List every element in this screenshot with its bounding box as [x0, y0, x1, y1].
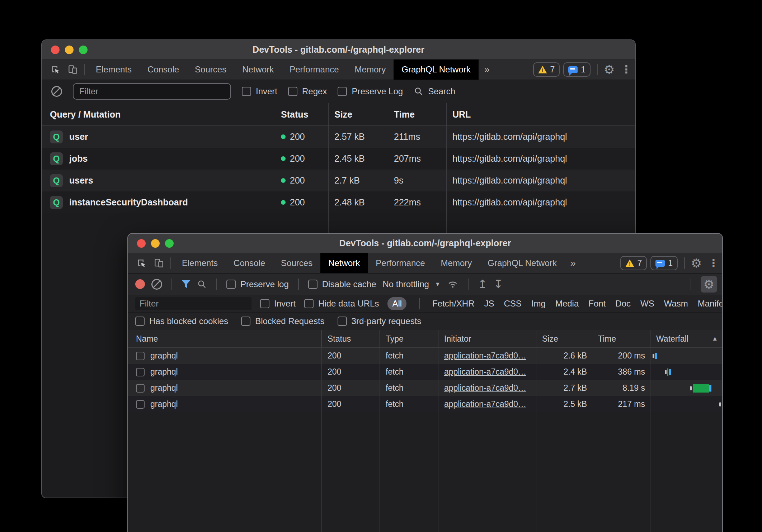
query-row[interactable]: Q users 200 2.7 kB 9s https://gitlab.com…	[42, 170, 635, 191]
tab-memory[interactable]: Memory	[433, 253, 480, 273]
issues-badge[interactable]: 1	[650, 256, 678, 270]
tab-console[interactable]: Console	[226, 253, 273, 273]
close-window-button[interactable]	[51, 46, 60, 54]
titlebar: DevTools - gitlab.com/-/graphql-explorer	[42, 40, 635, 60]
filter-chip-js[interactable]: JS	[484, 299, 494, 309]
settings-gear-icon[interactable]: ⚙	[688, 253, 705, 273]
query-row[interactable]: Q user 200 2.57 kB 211ms https://gitlab.…	[42, 126, 635, 148]
query-row[interactable]: Q instanceSecurityDashboard 200 2.48 kB …	[42, 191, 635, 213]
column-header-size[interactable]: Size	[536, 330, 592, 347]
tab-graphql-network[interactable]: GraphQL Network	[480, 253, 565, 273]
preserve-log-checkbox[interactable]	[338, 87, 347, 96]
throttling-select[interactable]: No throttling ▼	[382, 279, 440, 289]
filter-chip-wasm[interactable]: Wasm	[664, 299, 688, 309]
preserve-log-checkbox[interactable]	[226, 280, 236, 289]
third-party-requests-checkbox[interactable]	[338, 317, 347, 326]
tab-performance[interactable]: Performance	[368, 253, 433, 273]
request-row[interactable]: graphql 200 fetch application-a7ca9d0… 2…	[128, 396, 722, 412]
request-blocking-bar: Has blocked cookies Blocked Requests 3rd…	[128, 313, 722, 330]
disable-cache-checkbox[interactable]	[308, 280, 318, 289]
row-checkbox[interactable]	[136, 368, 145, 376]
zoom-window-button[interactable]	[165, 239, 174, 248]
devtools-window-network: DevTools - gitlab.com/-/graphql-explorer…	[127, 233, 723, 532]
network-settings-button[interactable]: ⚙	[701, 276, 717, 293]
column-header-status[interactable]: Status	[322, 330, 380, 347]
filter-chip-manifest[interactable]: Manifest	[698, 299, 723, 309]
more-tabs-icon[interactable]: »	[565, 253, 582, 273]
tab-sources[interactable]: Sources	[273, 253, 320, 273]
row-checkbox[interactable]	[136, 384, 145, 393]
preserve-log-group: Preserve log	[226, 279, 289, 289]
query-row[interactable]: Q jobs 200 2.45 kB 207ms https://gitlab.…	[42, 148, 635, 170]
tab-sources[interactable]: Sources	[187, 60, 234, 80]
clear-network-log-icon[interactable]	[151, 279, 162, 290]
tab-elements[interactable]: Elements	[88, 60, 140, 80]
hide-data-urls-checkbox[interactable]	[304, 299, 314, 308]
column-header-initiator[interactable]: Initiator	[438, 330, 536, 347]
row-checkbox[interactable]	[136, 352, 145, 360]
tab-elements[interactable]: Elements	[174, 253, 226, 273]
kebab-menu-icon[interactable]: ⋮	[618, 60, 635, 80]
filter-chip-img[interactable]: Img	[531, 299, 546, 309]
kebab-menu-icon[interactable]: ⋮	[705, 253, 722, 273]
search-icon[interactable]	[197, 279, 207, 289]
request-row[interactable]: graphql 200 fetch application-a7ca9d0… 2…	[128, 364, 722, 380]
issues-badge[interactable]: 1	[563, 62, 591, 77]
warnings-badge[interactable]: ! 7	[533, 62, 560, 77]
settings-gear-icon[interactable]: ⚙	[601, 60, 618, 80]
column-header-time[interactable]: Time	[592, 330, 650, 347]
minimize-window-button[interactable]	[151, 239, 160, 248]
type-value: fetch	[380, 364, 438, 380]
tab-network[interactable]: Network	[320, 253, 368, 273]
export-har-icon[interactable]: ↧	[494, 279, 503, 290]
filter-chip-all[interactable]: All	[387, 297, 406, 310]
tab-memory[interactable]: Memory	[347, 60, 394, 80]
filter-chip-fetch-xhr[interactable]: Fetch/XHR	[432, 299, 474, 309]
initiator-link[interactable]: application-a7ca9d0…	[444, 399, 526, 409]
import-har-icon[interactable]: ↥	[478, 279, 487, 290]
filter-funnel-icon[interactable]	[182, 280, 190, 289]
regex-checkbox[interactable]	[288, 87, 297, 96]
filter-chip-media[interactable]: Media	[555, 299, 579, 309]
url-value: https://gitlab.com/api/graphql	[447, 148, 635, 170]
inspect-icon[interactable]	[133, 253, 150, 273]
filter-input[interactable]	[73, 83, 231, 100]
request-row[interactable]: graphql 200 fetch application-a7ca9d0… 2…	[128, 348, 722, 364]
device-toolbar-icon[interactable]	[150, 253, 168, 273]
tab-performance[interactable]: Performance	[282, 60, 347, 80]
inspect-icon[interactable]	[47, 60, 64, 80]
status-value: 200	[290, 132, 305, 142]
minimize-window-button[interactable]	[65, 46, 74, 54]
more-tabs-icon[interactable]: »	[479, 60, 495, 80]
filter-input[interactable]	[135, 297, 251, 310]
blocked-requests-checkbox[interactable]	[241, 317, 250, 326]
filter-chip-font[interactable]: Font	[588, 299, 606, 309]
tab-network[interactable]: Network	[234, 60, 282, 80]
zoom-window-button[interactable]	[79, 46, 88, 54]
warning-count: 7	[637, 258, 642, 268]
invert-checkbox[interactable]	[242, 87, 251, 96]
initiator-link[interactable]: application-a7ca9d0…	[444, 351, 526, 361]
close-window-button[interactable]	[137, 239, 146, 248]
tab-console[interactable]: Console	[140, 60, 187, 80]
invert-checkbox[interactable]	[260, 299, 269, 308]
column-header-name[interactable]: Name	[128, 330, 322, 347]
warnings-badge[interactable]: ! 7	[620, 256, 647, 270]
initiator-link[interactable]: application-a7ca9d0…	[444, 383, 526, 393]
request-row[interactable]: graphql 200 fetch application-a7ca9d0… 2…	[128, 380, 722, 396]
column-header-waterfall[interactable]: Waterfall ▲	[650, 330, 722, 347]
clear-icon[interactable]	[51, 86, 62, 97]
has-blocked-cookies-checkbox[interactable]	[135, 317, 145, 326]
hide-data-urls-filter: Hide data URLs	[304, 299, 379, 309]
search-button[interactable]: Search	[414, 86, 455, 96]
filter-chip-doc[interactable]: Doc	[615, 299, 631, 309]
tab-graphql-network[interactable]: GraphQL Network	[394, 60, 479, 80]
record-network-log-button[interactable]	[135, 279, 145, 289]
column-header-type[interactable]: Type	[380, 330, 438, 347]
device-toolbar-icon[interactable]	[64, 60, 81, 80]
filter-chip-css[interactable]: CSS	[504, 299, 522, 309]
filter-chip-ws[interactable]: WS	[640, 299, 654, 309]
row-checkbox[interactable]	[136, 400, 145, 409]
network-conditions-icon[interactable]	[447, 279, 458, 290]
initiator-link[interactable]: application-a7ca9d0…	[444, 367, 526, 377]
